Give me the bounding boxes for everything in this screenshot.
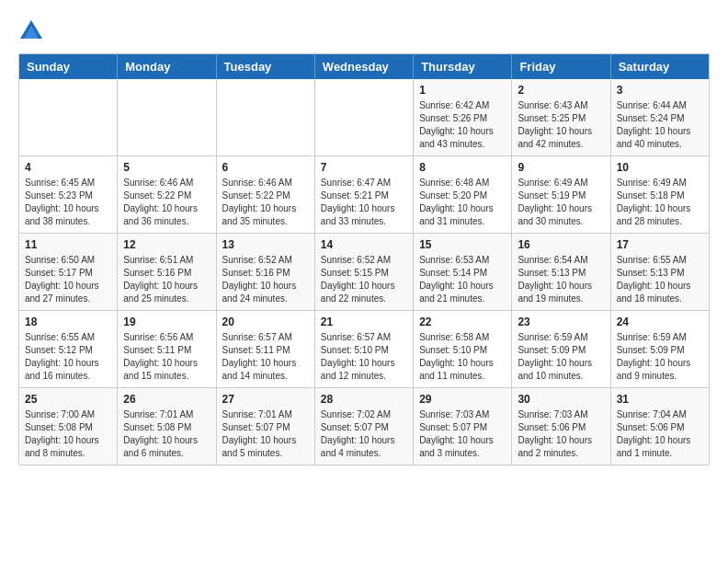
day-cell: 26Sunrise: 7:01 AM Sunset: 5:08 PM Dayli…	[118, 388, 216, 465]
day-cell: 30Sunrise: 7:03 AM Sunset: 5:06 PM Dayli…	[512, 388, 610, 465]
day-header-saturday: Saturday	[610, 54, 709, 80]
day-cell: 4Sunrise: 6:45 AM Sunset: 5:23 PM Daylig…	[19, 156, 118, 234]
day-info: Sunrise: 7:01 AM Sunset: 5:07 PM Dayligh…	[222, 408, 309, 460]
day-info: Sunrise: 6:57 AM Sunset: 5:11 PM Dayligh…	[222, 331, 309, 383]
day-number: 23	[518, 316, 604, 328]
day-number: 6	[222, 161, 309, 174]
day-info: Sunrise: 7:03 AM Sunset: 5:07 PM Dayligh…	[419, 408, 506, 460]
day-cell: 9Sunrise: 6:49 AM Sunset: 5:19 PM Daylig…	[512, 156, 610, 234]
day-cell: 5Sunrise: 6:46 AM Sunset: 5:22 PM Daylig…	[118, 156, 216, 234]
day-info: Sunrise: 7:00 AM Sunset: 5:08 PM Dayligh…	[25, 408, 111, 460]
day-info: Sunrise: 6:43 AM Sunset: 5:25 PM Dayligh…	[518, 99, 604, 151]
day-header-sunday: Sunday	[19, 54, 118, 80]
day-number: 13	[222, 238, 309, 251]
day-info: Sunrise: 7:03 AM Sunset: 5:06 PM Dayligh…	[518, 408, 604, 460]
day-info: Sunrise: 6:58 AM Sunset: 5:10 PM Dayligh…	[419, 331, 506, 383]
day-number: 14	[321, 238, 407, 251]
day-number: 30	[518, 393, 604, 406]
day-number: 10	[617, 161, 703, 174]
day-number: 27	[222, 393, 309, 406]
day-number: 1	[419, 84, 506, 97]
day-number: 17	[617, 238, 703, 251]
calendar-table: SundayMondayTuesdayWednesdayThursdayFrid…	[18, 53, 710, 465]
week-row-5: 25Sunrise: 7:00 AM Sunset: 5:08 PM Dayli…	[19, 388, 710, 465]
day-header-friday: Friday	[512, 54, 610, 80]
day-info: Sunrise: 6:57 AM Sunset: 5:10 PM Dayligh…	[321, 331, 407, 383]
day-header-thursday: Thursday	[414, 54, 512, 80]
day-cell: 8Sunrise: 6:48 AM Sunset: 5:20 PM Daylig…	[414, 156, 512, 234]
day-number: 28	[321, 393, 407, 406]
day-cell: 16Sunrise: 6:54 AM Sunset: 5:13 PM Dayli…	[512, 234, 610, 311]
page-header	[18, 18, 710, 44]
day-cell: 24Sunrise: 6:59 AM Sunset: 5:09 PM Dayli…	[610, 311, 709, 388]
day-number: 21	[321, 316, 407, 328]
day-info: Sunrise: 6:42 AM Sunset: 5:26 PM Dayligh…	[419, 99, 506, 151]
day-number: 31	[617, 393, 703, 406]
day-info: Sunrise: 6:52 AM Sunset: 5:15 PM Dayligh…	[321, 254, 407, 305]
day-number: 22	[419, 316, 506, 328]
day-info: Sunrise: 6:48 AM Sunset: 5:20 PM Dayligh…	[419, 177, 506, 228]
day-cell: 19Sunrise: 6:56 AM Sunset: 5:11 PM Dayli…	[118, 311, 216, 388]
day-cell: 20Sunrise: 6:57 AM Sunset: 5:11 PM Dayli…	[216, 311, 314, 388]
day-cell: 13Sunrise: 6:52 AM Sunset: 5:16 PM Dayli…	[216, 234, 314, 311]
logo	[18, 18, 48, 44]
week-row-4: 18Sunrise: 6:55 AM Sunset: 5:12 PM Dayli…	[19, 311, 710, 388]
day-cell	[216, 79, 314, 156]
week-row-3: 11Sunrise: 6:50 AM Sunset: 5:17 PM Dayli…	[19, 234, 710, 311]
day-info: Sunrise: 6:45 AM Sunset: 5:23 PM Dayligh…	[25, 177, 111, 228]
day-info: Sunrise: 6:50 AM Sunset: 5:17 PM Dayligh…	[25, 254, 111, 305]
day-number: 16	[518, 238, 604, 251]
day-cell: 17Sunrise: 6:55 AM Sunset: 5:13 PM Dayli…	[610, 234, 709, 311]
day-cell: 28Sunrise: 7:02 AM Sunset: 5:07 PM Dayli…	[314, 388, 413, 465]
day-info: Sunrise: 6:47 AM Sunset: 5:21 PM Dayligh…	[321, 177, 407, 228]
day-number: 9	[518, 161, 604, 174]
day-cell: 29Sunrise: 7:03 AM Sunset: 5:07 PM Dayli…	[414, 388, 512, 465]
day-info: Sunrise: 6:59 AM Sunset: 5:09 PM Dayligh…	[518, 331, 604, 383]
header-row: SundayMondayTuesdayWednesdayThursdayFrid…	[19, 54, 710, 80]
day-number: 15	[419, 238, 506, 251]
day-number: 19	[123, 316, 210, 328]
week-row-1: 1Sunrise: 6:42 AM Sunset: 5:26 PM Daylig…	[19, 79, 710, 156]
day-cell	[118, 79, 216, 156]
day-info: Sunrise: 7:02 AM Sunset: 5:07 PM Dayligh…	[321, 408, 407, 460]
day-header-monday: Monday	[118, 54, 216, 80]
day-cell: 25Sunrise: 7:00 AM Sunset: 5:08 PM Dayli…	[19, 388, 118, 465]
day-cell: 22Sunrise: 6:58 AM Sunset: 5:10 PM Dayli…	[414, 311, 512, 388]
day-cell: 14Sunrise: 6:52 AM Sunset: 5:15 PM Dayli…	[314, 234, 413, 311]
week-row-2: 4Sunrise: 6:45 AM Sunset: 5:23 PM Daylig…	[19, 156, 710, 234]
day-number: 5	[123, 161, 210, 174]
day-info: Sunrise: 6:49 AM Sunset: 5:19 PM Dayligh…	[518, 177, 604, 228]
day-info: Sunrise: 7:01 AM Sunset: 5:08 PM Dayligh…	[123, 408, 210, 460]
day-cell: 3Sunrise: 6:44 AM Sunset: 5:24 PM Daylig…	[610, 79, 709, 156]
day-info: Sunrise: 6:56 AM Sunset: 5:11 PM Dayligh…	[123, 331, 210, 383]
day-info: Sunrise: 6:46 AM Sunset: 5:22 PM Dayligh…	[222, 177, 309, 228]
day-number: 11	[25, 238, 111, 251]
day-cell: 23Sunrise: 6:59 AM Sunset: 5:09 PM Dayli…	[512, 311, 610, 388]
day-info: Sunrise: 6:51 AM Sunset: 5:16 PM Dayligh…	[123, 254, 210, 305]
logo-icon	[18, 18, 44, 44]
day-number: 29	[419, 393, 506, 406]
day-number: 25	[25, 393, 111, 406]
day-cell: 6Sunrise: 6:46 AM Sunset: 5:22 PM Daylig…	[216, 156, 314, 234]
day-cell: 12Sunrise: 6:51 AM Sunset: 5:16 PM Dayli…	[118, 234, 216, 311]
day-number: 18	[25, 316, 111, 328]
day-cell: 1Sunrise: 6:42 AM Sunset: 5:26 PM Daylig…	[414, 79, 512, 156]
day-number: 3	[617, 84, 703, 97]
day-info: Sunrise: 6:44 AM Sunset: 5:24 PM Dayligh…	[617, 99, 703, 151]
day-cell: 31Sunrise: 7:04 AM Sunset: 5:06 PM Dayli…	[610, 388, 709, 465]
day-number: 26	[123, 393, 210, 406]
day-number: 4	[25, 161, 111, 174]
day-cell: 11Sunrise: 6:50 AM Sunset: 5:17 PM Dayli…	[19, 234, 118, 311]
day-info: Sunrise: 6:52 AM Sunset: 5:16 PM Dayligh…	[222, 254, 309, 305]
day-info: Sunrise: 6:46 AM Sunset: 5:22 PM Dayligh…	[123, 177, 210, 228]
day-number: 2	[518, 84, 604, 97]
day-number: 20	[222, 316, 309, 328]
day-info: Sunrise: 6:53 AM Sunset: 5:14 PM Dayligh…	[419, 254, 506, 305]
day-cell: 2Sunrise: 6:43 AM Sunset: 5:25 PM Daylig…	[512, 79, 610, 156]
day-info: Sunrise: 6:49 AM Sunset: 5:18 PM Dayligh…	[617, 177, 703, 228]
day-number: 24	[617, 316, 703, 328]
day-cell: 21Sunrise: 6:57 AM Sunset: 5:10 PM Dayli…	[314, 311, 413, 388]
day-number: 8	[419, 161, 506, 174]
day-number: 12	[123, 238, 210, 251]
day-cell	[19, 79, 118, 156]
